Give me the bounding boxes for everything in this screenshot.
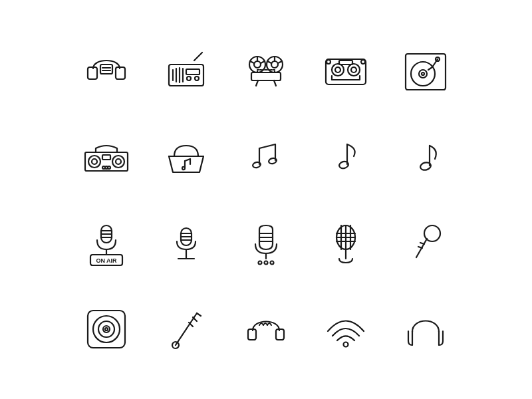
svg-point-46 (116, 159, 121, 164)
svg-point-50 (108, 166, 110, 169)
icon-headphones-display[interactable] (66, 27, 146, 113)
icon-vinyl-player[interactable] (386, 27, 466, 113)
svg-point-96 (103, 326, 110, 332)
svg-point-37 (419, 70, 427, 78)
icon-music-basket[interactable] (146, 113, 226, 200)
svg-line-52 (259, 144, 275, 148)
icon-grid: ON AIR (66, 27, 466, 372)
svg-rect-47 (102, 155, 110, 160)
svg-line-5 (194, 53, 202, 61)
svg-line-23 (267, 61, 271, 63)
svg-line-17 (261, 61, 265, 63)
svg-rect-11 (186, 69, 200, 74)
svg-point-95 (98, 321, 114, 337)
svg-point-30 (348, 64, 360, 76)
svg-line-25 (256, 80, 258, 86)
svg-point-55 (252, 162, 261, 169)
icon-single-music-note[interactable] (306, 113, 386, 200)
svg-line-22 (278, 61, 282, 63)
icon-handheld-mic[interactable] (386, 200, 466, 286)
svg-point-105 (344, 342, 348, 347)
svg-point-29 (335, 67, 340, 72)
svg-point-20 (271, 61, 278, 68)
svg-point-38 (422, 72, 424, 75)
svg-rect-0 (88, 67, 97, 79)
svg-point-31 (351, 67, 356, 72)
icon-vintage-mic[interactable] (306, 200, 386, 286)
svg-point-94 (93, 316, 120, 342)
icon-aux-cable[interactable] (146, 286, 226, 372)
svg-line-41 (428, 67, 432, 70)
icon-cassette[interactable] (306, 27, 386, 113)
svg-line-18 (250, 61, 254, 63)
svg-rect-1 (116, 67, 125, 79)
svg-line-91 (420, 243, 424, 244)
svg-point-15 (254, 61, 261, 68)
icon-simple-headphones[interactable] (386, 286, 466, 372)
svg-point-13 (195, 76, 199, 80)
svg-point-44 (92, 159, 97, 164)
svg-rect-24 (251, 72, 281, 80)
svg-point-33 (327, 60, 331, 64)
svg-point-12 (187, 76, 191, 80)
icon-speaker[interactable] (66, 286, 146, 372)
icon-quarter-note[interactable] (386, 113, 466, 200)
svg-text:ON AIR: ON AIR (96, 257, 117, 264)
svg-point-79 (265, 261, 268, 265)
svg-rect-2 (100, 65, 112, 74)
icon-film-projector[interactable] (226, 27, 306, 113)
svg-point-36 (411, 62, 435, 86)
svg-point-56 (268, 158, 277, 165)
svg-point-34 (361, 60, 365, 64)
svg-point-28 (332, 64, 344, 76)
svg-point-45 (112, 156, 124, 168)
svg-line-26 (274, 80, 276, 86)
svg-point-43 (88, 156, 100, 168)
icon-radio[interactable] (146, 27, 226, 113)
svg-point-80 (271, 261, 274, 265)
svg-point-97 (105, 328, 108, 331)
icon-stereo-speakers[interactable] (66, 113, 146, 200)
icon-wifi-signal[interactable] (306, 286, 386, 372)
svg-rect-32 (339, 61, 352, 65)
svg-line-99 (197, 313, 201, 316)
icon-studio-mic-stand[interactable] (146, 200, 226, 286)
icon-podcast-mic[interactable] (226, 200, 306, 286)
svg-point-78 (259, 261, 262, 265)
svg-point-58 (338, 160, 349, 169)
icon-headphones-sound[interactable] (226, 286, 306, 372)
icon-on-air-mic[interactable]: ON AIR (66, 200, 146, 286)
icon-double-music-note[interactable] (226, 113, 306, 200)
